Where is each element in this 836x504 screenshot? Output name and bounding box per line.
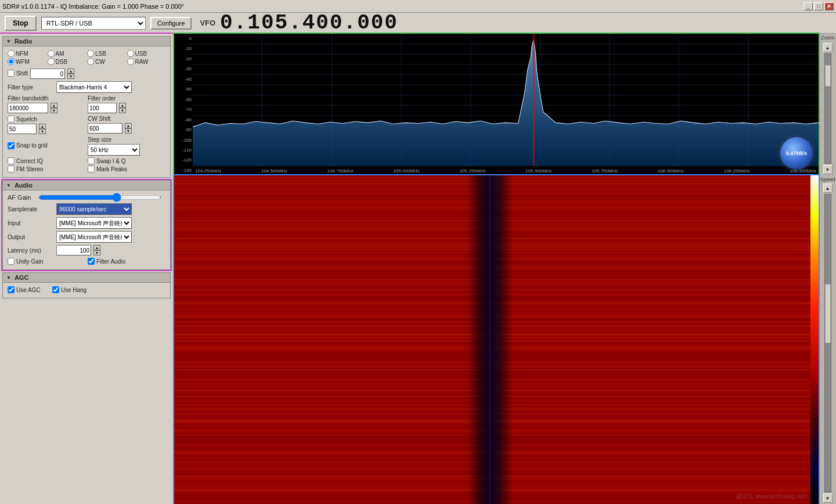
squelch-down-icon[interactable]: ▼ [39, 129, 46, 134]
cw-shift-spinner[interactable]: ▲ ▼ [125, 123, 132, 134]
mode-nfm-radio[interactable] [8, 50, 15, 57]
filter-order-label: Filter order [88, 95, 165, 102]
waterfall-display[interactable]: 超论坛 www.bechuang.com [174, 175, 819, 504]
input-select[interactable]: [MME] Microsoft 声音映射... [56, 217, 132, 229]
latency-input[interactable] [56, 245, 91, 255]
shift-input[interactable] [30, 69, 65, 79]
shift-checkbox-row[interactable]: Shift [8, 70, 28, 77]
af-gain-label: AF Gain [8, 194, 31, 201]
zoom-up-button[interactable]: ▲ [823, 43, 833, 52]
use-agc-row[interactable]: Use AGC [8, 286, 41, 293]
correct-iq-row[interactable]: Correct IQ [8, 157, 85, 164]
stop-button[interactable]: Stop [5, 16, 37, 31]
y-label-40: -40 [175, 77, 192, 82]
mode-am[interactable]: AM [48, 50, 87, 57]
snap-to-grid-checkbox[interactable] [8, 142, 15, 149]
close-button[interactable]: ✕ [824, 2, 834, 10]
color-scale-bar [810, 175, 819, 504]
use-agc-checkbox[interactable] [8, 286, 15, 293]
agc-section-header[interactable]: ▼ AGC [3, 273, 170, 283]
speed-scrollbar[interactable] [824, 194, 831, 492]
use-hang-checkbox[interactable] [52, 286, 59, 293]
filter-bw-down-icon[interactable]: ▼ [51, 108, 57, 113]
step-size-select[interactable]: 50 kHz [88, 144, 140, 156]
speed-down-button[interactable]: ▼ [823, 494, 833, 503]
fm-stereo-checkbox[interactable] [8, 165, 15, 172]
cw-shift-down-icon[interactable]: ▼ [125, 128, 132, 134]
mode-dsb[interactable]: DSB [48, 58, 87, 65]
filter-bw-input-row: ▲ ▼ [8, 103, 85, 113]
af-gain-slider[interactable] [39, 193, 161, 202]
squelch-up-icon[interactable]: ▲ [39, 124, 46, 129]
swap-iq-checkbox[interactable] [88, 157, 95, 164]
mode-nfm[interactable]: NFM [8, 50, 46, 57]
audio-section: ▼ Audio AF Gain Samplerate 96000 sample/… [2, 180, 171, 270]
mode-cw-radio[interactable] [87, 58, 94, 65]
minimize-button[interactable]: _ [803, 2, 813, 10]
latency-down-icon[interactable]: ▼ [93, 250, 100, 255]
filter-order-input[interactable] [88, 103, 117, 113]
snap-to-grid-row[interactable]: Snap to grid [8, 142, 85, 149]
audio-section-content: AF Gain Samplerate 96000 sample/sec Inpu… [3, 190, 170, 269]
squelch-spinner[interactable]: ▲ ▼ [39, 124, 46, 134]
squelch-checkbox[interactable] [8, 116, 15, 123]
mode-wfm-radio[interactable] [8, 58, 15, 65]
shift-up-icon[interactable]: ▲ [67, 69, 74, 74]
mode-dsb-radio[interactable] [48, 58, 55, 65]
filter-type-select[interactable]: Blackman-Harris 4 [56, 81, 132, 93]
speed-up-button[interactable]: ▲ [823, 183, 833, 193]
mode-lsb-radio[interactable] [87, 50, 94, 57]
filter-order-down-icon[interactable]: ▼ [119, 108, 126, 113]
spectrum-display[interactable]: 0 -10 -20 -30 -40 -50 -60 -70 -80 -90 -1… [174, 34, 819, 175]
mode-usb-radio[interactable] [127, 50, 134, 57]
latency-row: Latency (ms) ▲ ▼ [8, 245, 165, 255]
radio-section-header[interactable]: ▼ Radio [3, 37, 170, 46]
correct-iq-checkbox[interactable] [8, 157, 15, 164]
zoom-down-button[interactable]: ▼ [823, 165, 833, 174]
use-hang-label: Use Hang [61, 287, 87, 293]
shift-down-icon[interactable]: ▼ [67, 74, 74, 79]
mode-lsb[interactable]: LSB [87, 50, 126, 57]
mark-peaks-row[interactable]: Mark Peaks [88, 165, 165, 172]
shift-spinner[interactable]: ▲ ▼ [67, 69, 74, 79]
zoom-scrollbar[interactable] [824, 53, 831, 164]
frequency-display[interactable]: 0.105.400.000 [220, 11, 398, 35]
unity-gain-checkbox[interactable] [8, 258, 15, 265]
swap-iq-row[interactable]: Swap I & Q [88, 157, 165, 164]
af-gain-row: AF Gain [8, 194, 165, 201]
squelch-checkbox-row[interactable]: Squelch [8, 116, 85, 123]
latency-up-icon[interactable]: ▲ [93, 245, 100, 250]
mode-cw[interactable]: CW [87, 58, 126, 65]
mode-usb[interactable]: USB [127, 50, 166, 57]
fm-stereo-row[interactable]: FM Stereo [8, 165, 85, 172]
cw-shift-up-icon[interactable]: ▲ [125, 123, 132, 128]
filter-bw-spinner[interactable]: ▲ ▼ [51, 103, 57, 113]
use-hang-row[interactable]: Use Hang [52, 286, 87, 293]
filter-order-up-icon[interactable]: ▲ [119, 103, 126, 108]
shift-checkbox[interactable] [8, 70, 15, 77]
filter-audio-row[interactable]: Filter Audio [88, 258, 165, 265]
filter-bw-up-icon[interactable]: ▲ [51, 103, 57, 108]
watermark: 超论坛 www.bechuang.com [736, 492, 807, 501]
filter-audio-checkbox[interactable] [88, 258, 95, 265]
audio-section-header[interactable]: ▼ Audio [3, 181, 170, 190]
latency-spinner[interactable]: ▲ ▼ [93, 245, 100, 255]
maximize-button[interactable]: □ [814, 2, 823, 10]
unity-gain-row[interactable]: Unity Gain [8, 258, 85, 265]
device-select[interactable]: RTL-SDR / USB [41, 17, 146, 30]
mode-am-radio[interactable] [48, 50, 55, 57]
mode-raw-radio[interactable] [127, 58, 134, 65]
output-select[interactable]: [MME] Microsoft 声音映射... [56, 231, 132, 243]
radio-collapse-icon: ▼ [6, 39, 11, 44]
cw-shift-input[interactable] [88, 123, 122, 134]
configure-button[interactable]: Configure [150, 17, 192, 30]
mark-peaks-checkbox[interactable] [88, 165, 95, 172]
filter-order-spinner[interactable]: ▲ ▼ [119, 103, 126, 113]
squelch-input[interactable] [8, 124, 37, 134]
spectrum-svg [193, 34, 819, 166]
title-bar: SDR# v1.0.0.1174 - IQ Imbalance: Gain = … [0, 0, 836, 13]
mode-raw[interactable]: RAW [127, 58, 166, 65]
filter-bw-input[interactable] [8, 103, 48, 113]
samplerate-select[interactable]: 96000 sample/sec [56, 203, 132, 215]
mode-wfm[interactable]: WFM [8, 58, 46, 65]
